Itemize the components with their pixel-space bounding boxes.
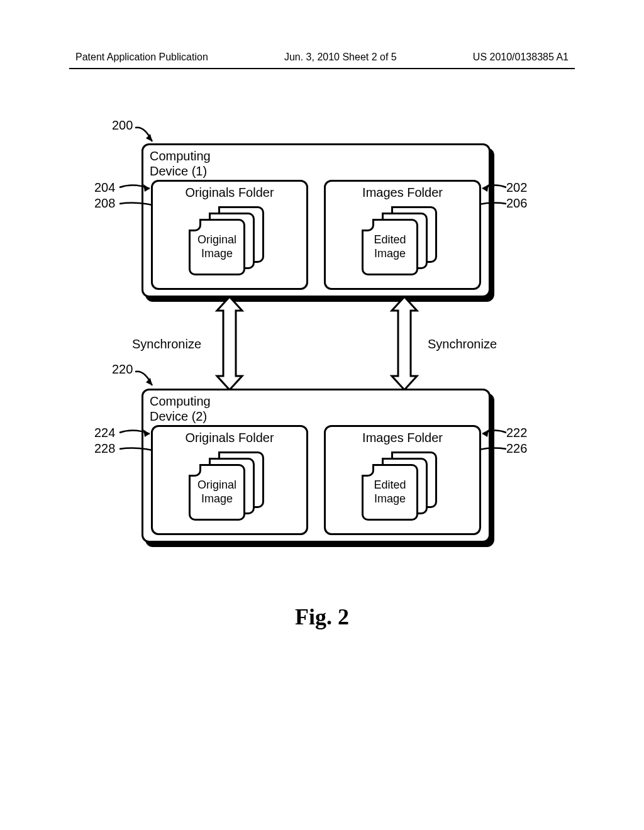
originals-folder-label: Originals Folder [185,185,274,199]
images-folder-label: Images Folder [362,185,443,199]
leader-224 [118,429,156,440]
leader-202 [481,184,513,195]
leader-204 [118,184,156,195]
header-pub-number: US 2010/0138385 A1 [473,52,569,63]
header-rule [69,68,575,69]
svg-marker-3 [482,184,489,192]
figure-caption: Fig. 2 [0,604,644,630]
svg-marker-6 [392,297,417,390]
original-image-label: Original Image [191,233,243,260]
page-header: Patent Application Publication Jun. 3, 2… [0,52,644,63]
device1-label: Computing Device (1) [150,148,211,179]
svg-marker-8 [143,429,150,437]
ref-228: 228 [94,441,115,456]
device2-label: Computing Device (2) [150,394,211,424]
svg-marker-10 [482,429,489,437]
ref-200: 200 [112,118,133,133]
ref-204: 204 [94,180,115,195]
original-image-label-2: Original Image [191,479,243,506]
originals-folder-label-2: Originals Folder [185,431,274,445]
sync-arrow-left [214,297,245,390]
svg-marker-5 [217,297,242,390]
svg-marker-1 [143,184,150,192]
ref-220: 220 [112,362,133,377]
ref-208: 208 [94,196,115,211]
images-folder-label-2: Images Folder [362,431,443,445]
sync-label-left: Synchronize [132,337,201,351]
edited-image-label-2: Edited Image [364,479,416,506]
ref-224: 224 [94,426,115,440]
sync-arrow-right [389,297,420,390]
leader-222 [481,429,513,440]
header-publication: Patent Application Publication [75,52,208,63]
header-date-sheet: Jun. 3, 2010 Sheet 2 of 5 [284,52,397,63]
edited-image-label: Edited Image [364,233,416,260]
sync-label-right: Synchronize [428,337,497,351]
